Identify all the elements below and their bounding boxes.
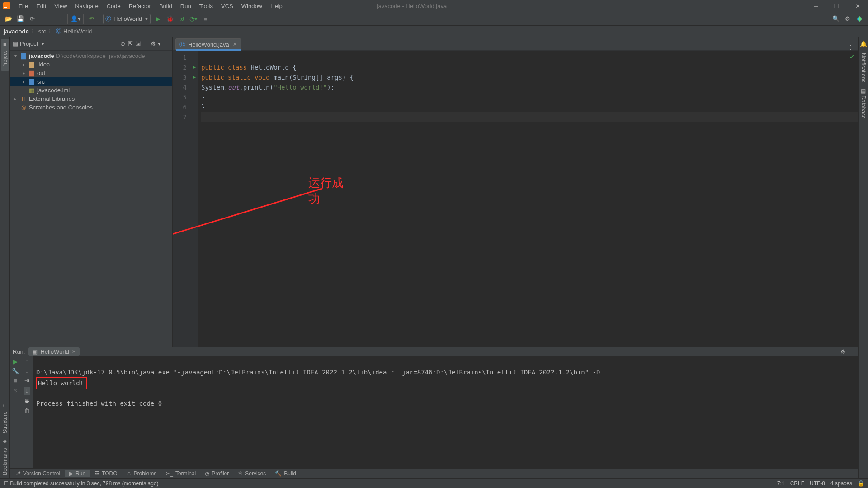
panel-settings-icon[interactable]: ⚙ ▾ xyxy=(151,40,161,47)
panel-settings-icon[interactable]: ⚙ xyxy=(840,348,846,355)
branch-icon: ⎇ xyxy=(14,470,21,477)
coverage-icon[interactable]: ⛨ xyxy=(176,14,187,24)
down-icon[interactable]: ↓ xyxy=(25,368,28,374)
hide-panel-icon[interactable]: — xyxy=(849,348,855,355)
tree-folder-src[interactable]: ▸▇src xyxy=(10,77,172,86)
codewithme-icon[interactable] xyxy=(854,14,865,24)
clear-icon[interactable]: 🗑 xyxy=(24,407,30,414)
menu-file[interactable]: File xyxy=(14,1,32,11)
caret-position[interactable]: 7:1 xyxy=(777,480,785,487)
tree-folder-out[interactable]: ▸▇out xyxy=(10,69,172,77)
structure-tool-tab[interactable]: Structure ⬚ xyxy=(1,399,9,436)
wrench-icon[interactable]: 🔧 xyxy=(12,368,19,374)
undo-icon[interactable]: ↶ xyxy=(86,14,97,24)
editor-tab-label: HelloWorld.java xyxy=(188,41,229,48)
tab-options-icon[interactable]: ⋮ xyxy=(843,43,858,50)
close-button[interactable]: ✕ xyxy=(847,0,868,12)
editor-tab[interactable]: Ⓒ HelloWorld.java ✕ xyxy=(175,38,241,50)
stop-icon[interactable]: ■ xyxy=(200,14,211,24)
rerun-icon[interactable]: ▶ xyxy=(13,358,18,365)
run-tab-label: HelloWorld xyxy=(40,348,69,355)
tree-root[interactable]: ▾▇ javacode D:\code\workspace_java\javac… xyxy=(10,52,172,60)
run-tab[interactable]: ▣ HelloWorld ✕ xyxy=(28,347,79,356)
run-config-label: HelloWorld xyxy=(113,15,142,22)
database-tool-tab[interactable]: ▤ Database xyxy=(859,85,868,122)
menu-navigate[interactable]: Navigate xyxy=(71,1,102,11)
scroll-end-icon[interactable]: ⤓ xyxy=(24,387,30,395)
profile-icon[interactable]: ◔▾ xyxy=(188,14,199,24)
forward-icon[interactable]: → xyxy=(54,14,65,24)
run-icon[interactable]: ▶ xyxy=(153,14,164,24)
status-message: Build completed successfully in 3 sec, 7… xyxy=(10,480,158,487)
minimize-button[interactable]: ─ xyxy=(806,0,826,12)
editor-tab-bar: Ⓒ HelloWorld.java ✕ ⋮ xyxy=(173,37,858,51)
print-icon[interactable]: 🖶 xyxy=(24,398,30,405)
breadcrumb-src[interactable]: src xyxy=(38,28,46,35)
close-tab-icon[interactable]: ✕ xyxy=(72,349,76,355)
select-opened-icon[interactable]: ⊙ xyxy=(120,40,125,47)
up-icon[interactable]: ↑ xyxy=(25,358,28,365)
breadcrumb-file[interactable]: HelloWorld xyxy=(63,28,92,35)
right-tool-strip: 🔔 Notifications ▤ Database xyxy=(858,37,868,478)
soft-wrap-icon[interactable]: ⇥ xyxy=(24,377,29,384)
tree-scratches[interactable]: ◎Scratches and Consoles xyxy=(10,103,172,112)
menu-help[interactable]: Help xyxy=(266,1,287,11)
settings-icon[interactable]: ⚙ xyxy=(842,14,853,24)
expand-all-icon[interactable]: ⇱ xyxy=(128,40,133,47)
stop-icon[interactable]: ■ xyxy=(14,377,17,384)
back-icon[interactable]: ← xyxy=(42,14,53,24)
tree-external-libs[interactable]: ▸⫼External Libraries xyxy=(10,95,172,103)
breadcrumb-root[interactable]: javacode xyxy=(4,28,29,35)
run-tool-window: Run: ▣ HelloWorld ✕ ⚙ — ▶ 🔧 ■ ⎋ xyxy=(10,347,858,468)
indent-setting[interactable]: 4 spaces xyxy=(830,480,852,487)
chevron-down-icon[interactable]: ▼ xyxy=(41,42,45,46)
save-icon[interactable]: 💾 xyxy=(15,14,26,24)
class-icon: Ⓒ xyxy=(105,15,111,23)
menu-edit[interactable]: Edit xyxy=(32,1,50,11)
project-tree[interactable]: ▾▇ javacode D:\code\workspace_java\javac… xyxy=(10,51,172,347)
close-tab-icon[interactable]: ✕ xyxy=(233,42,237,47)
notifications-icon[interactable]: 🔔 xyxy=(860,41,867,47)
project-tool-tab[interactable]: Project ■ xyxy=(1,39,9,71)
tree-file-iml[interactable]: ▦javacode.iml xyxy=(10,86,172,95)
editor-gutter[interactable]: 1▶2▶34567 xyxy=(173,51,198,347)
status-bar: ☐ Build completed successfully in 3 sec,… xyxy=(0,478,868,488)
project-panel-header: ▤ Project ▼ ⊙ ⇱ ⇲ ⚙ ▾ — xyxy=(10,37,172,51)
code-editor[interactable]: public class HelloWorld { public static … xyxy=(198,51,858,347)
line-separator[interactable]: CRLF xyxy=(790,480,804,487)
project-panel-title: Project xyxy=(20,40,38,47)
open-icon[interactable]: 📂 xyxy=(3,14,14,24)
user-icon[interactable]: 👤▾ xyxy=(70,14,81,24)
collapse-all-icon[interactable]: ⇲ xyxy=(136,40,141,47)
maximize-button[interactable]: ❐ xyxy=(826,0,847,12)
window-title: javacode - HelloWorld.java xyxy=(287,3,806,9)
app-logo-icon xyxy=(3,2,11,10)
menu-vcs[interactable]: VCS xyxy=(217,1,237,11)
menu-code[interactable]: Code xyxy=(103,1,125,11)
notifications-tool-tab[interactable]: Notifications xyxy=(859,50,868,85)
run-console-output[interactable]: D:\Java\JDK\jdk-17.0.5\bin\java.exe "-ja… xyxy=(33,356,858,488)
refresh-icon[interactable]: ⟳ xyxy=(27,14,38,24)
tree-folder-idea[interactable]: ▸▇.idea xyxy=(10,60,172,69)
menu-build[interactable]: Build xyxy=(155,1,176,11)
run-panel-title: Run: xyxy=(13,348,25,355)
menu-refactor[interactable]: Refactor xyxy=(125,1,155,11)
debug-icon[interactable]: 🐞 xyxy=(165,14,175,24)
project-tool-panel: ▤ Project ▼ ⊙ ⇱ ⇲ ⚙ ▾ — ▾▇ javac xyxy=(10,37,173,347)
hide-panel-icon[interactable]: — xyxy=(164,40,170,47)
menu-run[interactable]: Run xyxy=(176,1,195,11)
svg-rect-0 xyxy=(3,2,10,9)
run-config-combo[interactable]: Ⓒ HelloWorld ▼ xyxy=(103,14,151,24)
search-icon[interactable]: 🔍 xyxy=(830,14,841,24)
highlight-box: Hello world! xyxy=(36,377,87,389)
breadcrumb: javacode 〉 src 〉 Ⓒ HelloWorld xyxy=(0,26,868,37)
file-encoding[interactable]: UTF-8 xyxy=(810,480,825,487)
menu-window[interactable]: Window xyxy=(237,1,266,11)
class-icon: Ⓒ xyxy=(179,41,185,49)
readonly-icon[interactable]: 🔓 xyxy=(858,480,864,487)
bookmarks-tool-tab[interactable]: Bookmarks ◈ xyxy=(1,436,9,478)
menu-view[interactable]: View xyxy=(50,1,71,11)
exit-icon[interactable]: ⎋ xyxy=(14,387,17,393)
menu-tools[interactable]: Tools xyxy=(195,1,217,11)
main-menu: FileEditViewNavigateCodeRefactorBuildRun… xyxy=(14,1,287,11)
